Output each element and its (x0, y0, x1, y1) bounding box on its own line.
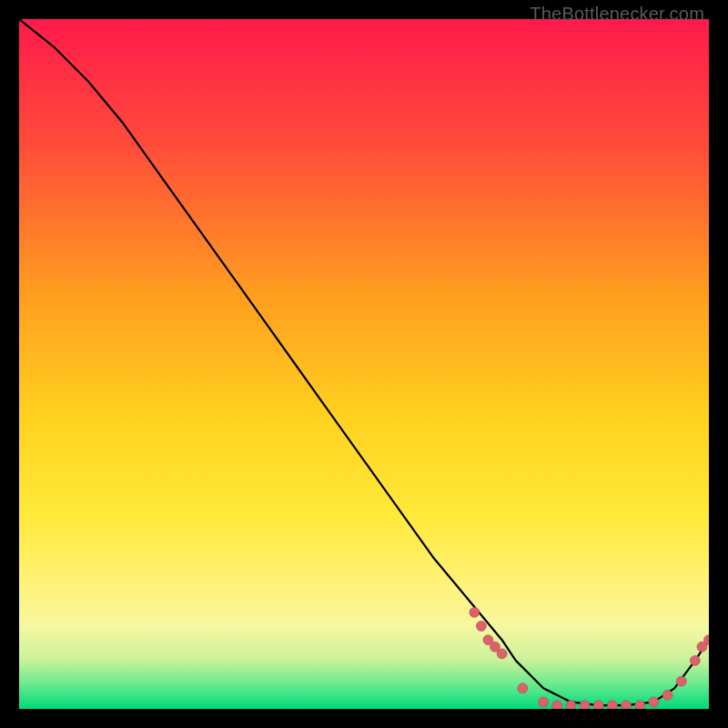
chart-frame (19, 19, 709, 709)
data-marker (607, 701, 617, 709)
data-marker (662, 690, 672, 700)
data-marker (580, 701, 590, 709)
data-marker (676, 676, 686, 686)
data-marker (593, 701, 603, 709)
watermark-text: TheBottlenecker.com (530, 4, 704, 25)
data-marker (497, 649, 507, 659)
data-marker (622, 701, 632, 709)
data-marker (539, 697, 549, 707)
chart-svg (19, 19, 709, 709)
data-marker (476, 622, 486, 632)
data-marker (635, 701, 645, 709)
data-marker (649, 697, 659, 707)
data-marker (690, 655, 700, 665)
data-marker (470, 607, 480, 617)
data-marker (518, 683, 528, 693)
data-marker (552, 701, 562, 709)
plot-area (19, 19, 709, 709)
data-marker (566, 701, 576, 709)
